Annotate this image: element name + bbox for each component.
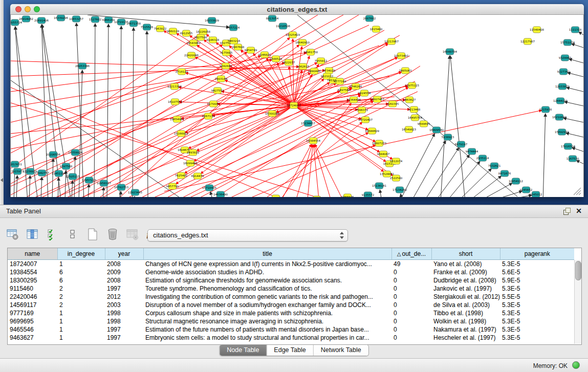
table-cell[interactable]: 1 (57, 309, 105, 317)
close-panel-icon[interactable]: ✕ (576, 207, 582, 215)
network-edge[interactable] (308, 145, 313, 197)
table-cell[interactable]: 2003 (105, 301, 143, 309)
network-edge[interactable] (480, 183, 512, 197)
network-edge[interactable] (201, 105, 294, 173)
delete-rows-icon[interactable] (105, 227, 120, 242)
table-cell[interactable]: Jankovic et al. (1997) (431, 285, 500, 293)
network-edge[interactable] (450, 56, 465, 197)
table-cell[interactable]: 2008 (105, 276, 143, 285)
table-cell[interactable]: 2 (57, 285, 105, 293)
table-cell[interactable]: Estimation of the future numbers of pati… (143, 325, 391, 334)
network-edge[interactable] (380, 190, 382, 197)
table-cell[interactable]: 5.3E-5 (500, 260, 574, 269)
table-cell[interactable]: Tourette syndrome. Phenomenology and cla… (143, 285, 391, 293)
network-edge[interactable] (458, 169, 491, 197)
network-edge[interactable] (543, 114, 546, 197)
network-edge[interactable] (490, 191, 522, 197)
table-cell[interactable]: 5.3E-5 (500, 301, 574, 309)
table-cell[interactable]: 6 (57, 276, 105, 285)
show-columns-icon[interactable] (25, 227, 40, 242)
table-cell[interactable]: 1997 (105, 285, 143, 293)
table-cell[interactable]: 1 (57, 260, 105, 269)
network-edge[interactable] (26, 15, 318, 197)
network-edge[interactable] (197, 45, 294, 105)
table-cell[interactable]: Tibbo et al. (1998) (431, 309, 500, 317)
table-cell[interactable]: Investigating the contribution of common… (143, 293, 391, 301)
table-cell[interactable]: 1 (57, 325, 105, 334)
network-edge[interactable] (572, 43, 583, 48)
column-header-title[interactable]: title (143, 248, 391, 260)
table-cell[interactable]: 2012 (105, 293, 143, 301)
network-edge[interactable] (315, 144, 342, 197)
table-cell[interactable]: 5.9E-5 (500, 276, 574, 285)
network-canvas[interactable]: 2405572426914062206914061633929610653257… (11, 15, 583, 197)
table-cell[interactable]: 5.5E-5 (500, 293, 574, 301)
table-row[interactable]: 1830029562008Estimation of significance … (8, 276, 574, 285)
network-edge[interactable] (579, 32, 583, 35)
table-cell[interactable]: 22420046 (8, 293, 57, 301)
table-cell[interactable]: Disruption of a novel member of a sodium… (143, 301, 391, 309)
network-edge[interactable] (29, 176, 30, 197)
network-edge[interactable] (52, 159, 53, 197)
network-edge[interactable] (210, 192, 213, 197)
network-edge[interactable] (88, 184, 89, 197)
table-cell[interactable]: Dudbridge et al. (2008) (431, 276, 500, 285)
table-cell[interactable]: 0 (391, 268, 431, 276)
table-cell[interactable]: 9465546 (8, 325, 57, 334)
table-cell[interactable]: Nakamura et al. (1997) (431, 325, 500, 334)
network-edge[interactable] (400, 134, 434, 197)
network-edge[interactable] (572, 148, 583, 151)
table-cell[interactable]: 5.3E-5 (500, 309, 574, 317)
column-header-out-degree[interactable]: △out_de... (391, 248, 431, 260)
split-pane-divider[interactable] (0, 0, 4, 205)
table-row[interactable]: 911546021997Tourette syndrome. Phenomeno… (8, 285, 574, 293)
table-row[interactable]: 946362711997Embryonic stem cells: a mode… (8, 334, 574, 342)
table-cell[interactable]: 1998 (105, 317, 143, 325)
network-edge[interactable] (16, 176, 17, 197)
network-edge[interactable] (128, 56, 410, 197)
network-window-titlebar[interactable]: citations_edges.txt (10, 4, 584, 15)
network-edge[interactable] (41, 177, 42, 197)
network-edge[interactable] (76, 23, 84, 197)
table-cell[interactable]: 2 (57, 293, 105, 301)
table-cell[interactable]: 0 (391, 276, 431, 285)
table-cell[interactable]: 1997 (105, 334, 143, 342)
column-header-in-degree[interactable]: in_degree (57, 248, 105, 260)
table-cell[interactable]: 2008 (105, 260, 143, 269)
table-cell[interactable]: Franke et al. (2009) (431, 268, 500, 276)
network-edge[interactable] (107, 24, 108, 197)
table-settings-icon[interactable] (5, 227, 20, 242)
table-cell[interactable]: 5.3E-5 (500, 325, 574, 334)
table-cell[interactable]: 0 (391, 309, 431, 317)
table-row[interactable]: 969969511998Structural magnetic resonanc… (8, 317, 574, 325)
table-cell[interactable]: 49 (391, 260, 431, 269)
network-edge[interactable] (293, 39, 294, 105)
network-edge[interactable] (576, 160, 583, 164)
resize-grip-icon[interactable] (574, 188, 581, 195)
table-vertical-scrollbar[interactable] (574, 260, 581, 344)
network-edge[interactable] (568, 73, 583, 77)
float-panel-icon[interactable] (563, 208, 571, 215)
table-cell[interactable]: Wolkin et al. (1998) (431, 317, 500, 325)
table-cell[interactable]: 1 (57, 317, 105, 325)
network-edge[interactable] (67, 73, 311, 197)
table-row[interactable]: 946554611997Estimation of the future num… (8, 325, 574, 334)
network-edge[interactable] (120, 191, 121, 197)
memory-status-indicator[interactable] (572, 361, 580, 369)
table-row[interactable]: 1938455462009Genome-wide association stu… (8, 268, 574, 276)
scrollbar-thumb[interactable] (575, 261, 581, 280)
table-cell[interactable]: Stergiakouli et al. (2012) (431, 293, 500, 301)
table-cell[interactable]: 5.3E-5 (500, 317, 574, 325)
table-cell[interactable]: Hescheler et al. (1997) (431, 334, 500, 342)
table-cell[interactable]: 1998 (105, 309, 143, 317)
table-cell[interactable]: Structural magnetic resonance image aver… (143, 317, 391, 325)
table-cell[interactable]: 0 (391, 293, 431, 301)
table-cell[interactable]: 14569117 (8, 301, 57, 309)
table-row[interactable]: 977716911998Corpus callosum shape and si… (8, 309, 574, 317)
table-cell[interactable]: 1997 (105, 325, 143, 334)
table-cell[interactable]: 0 (391, 285, 431, 293)
table-cell[interactable]: 9463627 (8, 334, 57, 342)
table-cell[interactable]: 9699695 (8, 317, 57, 325)
table-cell[interactable]: Embryonic stem cells: a model to study s… (143, 334, 391, 342)
table-row[interactable]: 1456911722003Disruption of a novel membe… (8, 301, 574, 309)
